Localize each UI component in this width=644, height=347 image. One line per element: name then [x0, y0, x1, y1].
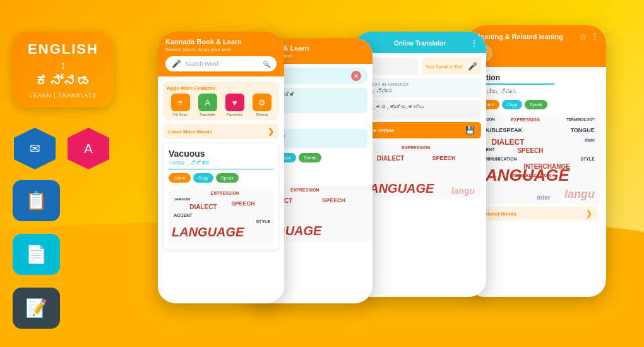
phone1-header: Kannada Book & Learn Search Word, Scan y… [158, 32, 284, 76]
app-icon: ENGLISH ↕ ಕನ್ನಡ LEARN | TRANSLATE [13, 32, 114, 107]
phone3-title: Online Translator [394, 40, 446, 47]
phone3-menu-icon: ⋮ [470, 38, 479, 48]
feat-txtscan[interactable]: ≡ Txt Scan [171, 94, 190, 116]
feat-translate[interactable]: A Translate [198, 94, 217, 116]
fav-label: Favourite [227, 113, 242, 116]
features-grid: Apps More Features ≡ Txt Scan A Translat… [163, 82, 279, 120]
setting-icon: ⚙ [253, 94, 271, 111]
phone4-wc-diale: diale [585, 138, 595, 142]
phone4-wc-expression: EXPRESSION [511, 118, 540, 122]
related-words-arrow: ❯ [586, 209, 592, 218]
phone4-body: itation ಳ, ಬೀದು, ನಿಮಾಸ Share Copy Speak … [467, 67, 606, 227]
txtscan-icon: ≡ [171, 94, 190, 111]
word-meaning: ಬಂಡಾಣ , ನಿರ್ಹಾರ [169, 160, 273, 169]
wc-expression: EXPRESSION [210, 191, 239, 195]
phone3-translate-label: TE TEXT IN KANNADA [362, 82, 477, 87]
feature-icons: 📋 📄 📝 [13, 180, 152, 336]
phone3-speak-to-text: Your Speak to Text 🎤 [422, 58, 481, 75]
setting-label: Setting [256, 113, 268, 116]
phone4-underline [477, 83, 554, 85]
phone4-wc-style: STYLE [580, 157, 595, 161]
phone3-mic-icon: 🎤 [468, 62, 477, 71]
phone4-speak-btn[interactable]: Speak [525, 100, 547, 109]
word-card: Vacuous ಬಂಡಾಣ , ನಿರ್ಹಾರ Share Copy Speak… [163, 143, 279, 250]
feature-hexagons: ✉ A [13, 126, 152, 171]
arrow-icon: ↕ [61, 59, 66, 72]
phone4-header-title: Meaning & Related leaning [475, 33, 563, 40]
txtscan-label: Txt Scan [173, 113, 188, 116]
phone4-wc-interchange: INTERCHANGE [524, 163, 570, 170]
action-buttons: Share Copy Speak [169, 173, 273, 183]
learn-more-bar[interactable]: Learn More Words ❯ [163, 124, 279, 139]
feat-setting[interactable]: ⚙ Setting [253, 94, 271, 116]
phone2-speak-btn[interactable]: Speak [299, 153, 321, 162]
phone4-wc-dialect: DIALECT [492, 138, 525, 147]
phone-1: Kannada Book & Learn Search Word, Scan y… [158, 32, 284, 303]
phone3-wc-dialect: DIALECT [377, 155, 404, 162]
learn-more-label: Learn More Words [168, 129, 212, 135]
feature-box-list: 📝 [13, 288, 60, 329]
phone4-word: itation [472, 71, 601, 83]
phone3-kannada-area: TE TEXT IN KANNADA ಬೀದು, ನಿಮಾಸ [359, 78, 481, 98]
phones-container: Kannada Book & Learn Search Word, Scan y… [145, 13, 644, 347]
phone4-action-btns: Share Copy Speak [472, 97, 601, 112]
phone3-wc-language2: langu [451, 186, 475, 196]
phone2-wc-speech: SPEECH [322, 197, 345, 204]
list-icon: 📝 [25, 298, 47, 319]
share-button[interactable]: Share [169, 173, 191, 183]
left-panel: ENGLISH ↕ ಕನ್ನಡ LEARN | TRANSLATE ✉ A 📋 … [13, 32, 152, 336]
phone4-wc-terminology: TERMINOLOGY [566, 118, 595, 121]
phone4-copy-btn[interactable]: Copy [502, 100, 522, 109]
phone3-wc-language: LANGUAGE [362, 181, 434, 196]
phone4-wc-speech: SPEECH [517, 147, 543, 154]
docs-icon: 📄 [25, 244, 47, 265]
phone3-result-area: ಗರ, ಕಢ, ಕೊತ್ತು, ಕಟ್ಟು [359, 100, 481, 119]
phone1-search-bar[interactable]: 🎤 Search Word 🔍 [165, 56, 277, 71]
wc-jargon: JARGON [174, 197, 190, 201]
phone4-meaning-text: ಳ, ಬೀದು, ನಿಮಾಸ [472, 87, 601, 97]
fav-icon: ♥ [225, 94, 244, 111]
phone4-menu-icon: ⋮ [591, 32, 599, 41]
search-icon: 🔍 [263, 61, 270, 68]
phone1-app-sub: Search Word, Scan your text [165, 47, 242, 52]
phone3-speak-label: Your Speak to Text [426, 64, 462, 69]
phone-3: ← Online Translator ⋮ text Your Speak to… [354, 32, 486, 297]
wc-speech: SPEECH [232, 200, 255, 207]
phone3-speak-section: text Your Speak to Text 🎤 [359, 58, 481, 75]
translate-icon: A [84, 142, 92, 156]
copy-button[interactable]: Copy [193, 173, 213, 183]
phone4-wc-tongue: TONGUE [570, 127, 594, 133]
phone1-menu-icon: ⋮ [270, 38, 277, 45]
speak-button[interactable]: Speak [216, 173, 239, 183]
phone2-wc-expression: EXPRESSION [290, 188, 319, 192]
wc-dialect: DIALECT [189, 204, 217, 210]
english-label: ENGLISH [28, 41, 98, 58]
scan-icon: 📋 [25, 190, 47, 211]
phone3-save-offline-bar[interactable]: Save Offline 💾 [359, 122, 481, 138]
translate-feature-icon: A [198, 94, 217, 111]
app-subtitle: LEARN | TRANSLATE [30, 92, 97, 99]
word-title: Vacuous [169, 149, 273, 159]
feature-box-scan: 📋 [13, 180, 60, 221]
phone1-body: Apps More Features ≡ Txt Scan A Translat… [158, 76, 284, 298]
phone4-header: Meaning & Related leaning ☆ ⋮ ↻ [467, 25, 606, 67]
phone3-more-text: ಗರ, ಕಢ, ಕೊತ್ತು, ಕಟ್ಟು [362, 104, 477, 110]
phone4-word-cloud: EXPRESSION JARGON TERMINOLOGY DOUBLESPEA… [472, 116, 601, 204]
phone3-header: ← Online Translator ⋮ [354, 32, 486, 53]
translate-label: Translate [200, 113, 215, 116]
related-words-label: Related Words [481, 211, 516, 217]
phone4-wc-language-fade: langu [564, 188, 595, 201]
phone3-wc-expression: EXPRESSION [402, 145, 431, 150]
search-placeholder: Search Word [185, 61, 259, 67]
related-words-bar[interactable]: Related Words ❯ [476, 207, 597, 221]
phone4-wc-verbalization: VERBALIZATION [511, 173, 551, 178]
kannada-label: ಕನ್ನಡ [35, 73, 92, 90]
learn-more-arrow: ❯ [268, 127, 274, 136]
save-offline-icon: 💾 [465, 126, 475, 135]
wc-style: STYLE [256, 219, 270, 224]
hex-translate: A [66, 126, 110, 171]
phone4-wc-inter: inter [537, 194, 551, 201]
wc-accent: ACCENT [174, 213, 192, 217]
feat-favourite[interactable]: ♥ Favourite [225, 94, 244, 116]
phone2-close-icon: ✕ [351, 71, 361, 81]
